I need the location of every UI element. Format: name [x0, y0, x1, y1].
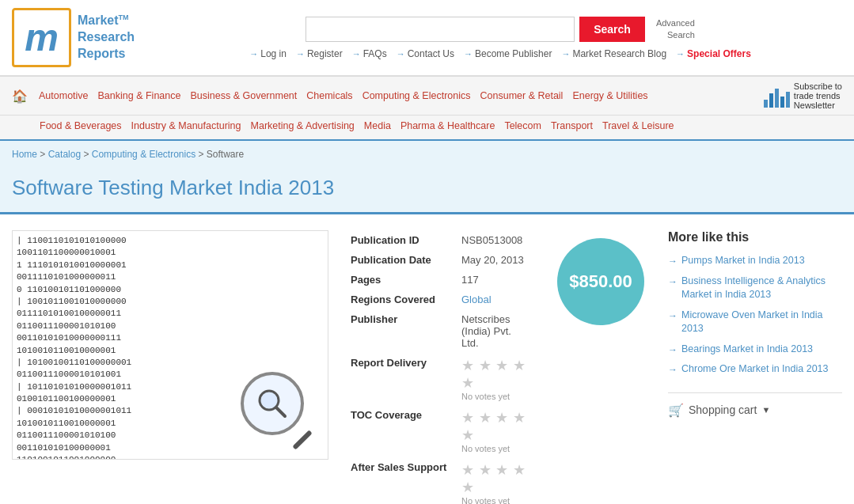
arrow-icon-5: → — [668, 364, 678, 375]
header: m MarketTM Research Reports Search Advan… — [0, 0, 854, 76]
breadcrumb-home[interactable]: Home — [12, 149, 37, 160]
cat-chemicals[interactable]: Chemicals — [302, 89, 357, 103]
cat-business[interactable]: Business & Government — [185, 89, 302, 103]
cat-computing[interactable]: Computing & Electronics — [358, 89, 476, 103]
cat-food[interactable]: Food & Beverages — [35, 119, 127, 133]
regions-link[interactable]: Global — [461, 294, 492, 305]
nav-special-offers[interactable]: Special Offers — [671, 48, 756, 59]
home-icon[interactable]: 🏠 — [12, 89, 28, 104]
breadcrumb-sep1: > — [40, 149, 47, 160]
arrow-icon-2: → — [668, 276, 678, 287]
logo-box: m — [12, 8, 71, 67]
pages-label: Pages — [344, 270, 455, 290]
toc-star-3[interactable]: ★ — [495, 410, 510, 426]
cat-marketing[interactable]: Marketing & Advertising — [246, 119, 359, 133]
row-regions: Regions Covered Global — [344, 290, 537, 309]
svg-line-1 — [276, 407, 285, 416]
cat-industry[interactable]: Industry & Manufacturing — [127, 119, 246, 133]
nav-publisher[interactable]: Become Publisher — [459, 48, 556, 59]
nav-blog[interactable]: Market Research Blog — [556, 48, 671, 59]
cat-telecom[interactable]: Telecom — [499, 119, 546, 133]
info-price-row: Publication ID NSB0513008 Publication Da… — [344, 230, 652, 504]
arrow-icon-3: → — [668, 310, 678, 321]
delivery-star-4[interactable]: ★ — [513, 358, 527, 373]
newsletter-badge[interactable]: Subscribe to trade trends Newsletter — [764, 81, 842, 110]
cat-travel[interactable]: Travel & Leisure — [598, 119, 679, 133]
delivery-no-votes: No votes yet — [461, 392, 531, 401]
similar-item-5[interactable]: Chrome Ore Market in India 2013 — [681, 362, 829, 377]
product-image: | 1100110101010100000 100110110000001000… — [12, 230, 328, 504]
similar-item-4[interactable]: Bearings Market in India 2013 — [681, 343, 813, 357]
aftersales-stars: ★ ★ ★ ★ ★ No votes yet — [455, 457, 537, 504]
toc-star-4[interactable]: ★ — [513, 410, 527, 426]
similar-item-2[interactable]: Business Intelligence & Analytics Market… — [681, 275, 842, 302]
arrow-icon-4: → — [668, 344, 678, 355]
breadcrumb-catalog[interactable]: Catalog — [48, 149, 81, 160]
sidebar: More like this → Pumps Market in India 2… — [668, 230, 842, 504]
toc-label: TOC Coverage — [344, 405, 455, 457]
cat-automotive[interactable]: Automotive — [34, 89, 93, 103]
pub-date-label: Publication Date — [344, 250, 455, 270]
aftersales-no-votes: No votes yet — [461, 496, 531, 504]
delivery-star-3[interactable]: ★ — [495, 358, 510, 373]
pub-id-value: NSB0513008 — [455, 230, 537, 250]
delivery-star-5[interactable]: ★ — [461, 375, 476, 391]
cat-pharma[interactable]: Pharma & Healthcare — [396, 119, 500, 133]
breadcrumb-computing[interactable]: Computing & Electronics — [92, 149, 195, 160]
search-bar: Search Advanced Search — [158, 17, 842, 42]
cart-icon: 🛒 — [668, 403, 684, 418]
nav-login[interactable]: Log in — [245, 48, 291, 59]
logo-line2: Research — [78, 29, 135, 46]
shopping-cart-section[interactable]: 🛒 Shopping cart ▼ — [668, 392, 842, 418]
row-delivery: Report Delivery ★ ★ ★ ★ ★ No votes yet — [344, 353, 537, 405]
search-button[interactable]: Search — [579, 17, 645, 42]
cat-media[interactable]: Media — [359, 119, 396, 133]
categories-row1: 🏠 Automotive Banking & Finance Business … — [0, 76, 854, 116]
advanced-search-link[interactable]: Advanced Search — [656, 17, 695, 40]
magnifier-icon — [241, 372, 304, 435]
cat-energy[interactable]: Energy & Utilities — [567, 89, 652, 103]
similar-item-3[interactable]: Microwave Oven Market in India 2013 — [681, 309, 842, 336]
list-item: → Bearings Market in India 2013 — [668, 343, 842, 357]
logo-line3: Reports — [78, 46, 135, 63]
cat-consumer[interactable]: Consumer & Retail — [476, 89, 568, 103]
aftersales-star-1[interactable]: ★ — [461, 462, 476, 478]
price-column: $850.00 — [549, 230, 652, 333]
pages-value: 117 — [455, 270, 537, 290]
row-pub-date: Publication Date May 20, 2013 — [344, 250, 537, 270]
breadcrumb: Home > Catalog > Computing & Electronics… — [0, 141, 854, 168]
row-aftersales: After Sales Support ★ ★ ★ ★ ★ No votes y… — [344, 457, 537, 504]
delivery-star-2[interactable]: ★ — [479, 358, 493, 373]
aftersales-star-2[interactable]: ★ — [479, 462, 493, 478]
pub-date-value: May 20, 2013 — [455, 250, 537, 270]
aftersales-star-4[interactable]: ★ — [513, 462, 527, 478]
logo-area: m MarketTM Research Reports — [12, 8, 135, 67]
cat-transport[interactable]: Transport — [546, 119, 598, 133]
row-pub-id: Publication ID NSB0513008 — [344, 230, 537, 250]
search-input[interactable] — [306, 17, 575, 42]
more-like-this-title: More like this — [668, 230, 842, 244]
delivery-star-1[interactable]: ★ — [461, 358, 476, 373]
page-title-section: Software Testing Market India 2013 — [0, 168, 854, 214]
toc-star-5[interactable]: ★ — [461, 427, 476, 443]
nav-register[interactable]: Register — [291, 48, 347, 59]
publisher-label: Publisher — [344, 309, 455, 353]
aftersales-star-5[interactable]: ★ — [461, 479, 476, 495]
pub-id-label: Publication ID — [344, 230, 455, 250]
row-pages: Pages 117 — [344, 270, 537, 290]
toc-star-2[interactable]: ★ — [479, 410, 493, 426]
list-item: → Chrome Ore Market in India 2013 — [668, 362, 842, 377]
cat-banking[interactable]: Banking & Finance — [93, 89, 186, 103]
regions-value: Global — [455, 290, 537, 309]
logo-text: MarketTM Research Reports — [78, 13, 135, 62]
breadcrumb-current: Software — [207, 149, 244, 160]
toc-star-1[interactable]: ★ — [461, 410, 476, 426]
nav-contact[interactable]: Contact Us — [392, 48, 459, 59]
logo-letter: m — [25, 16, 59, 59]
similar-item-1[interactable]: Pumps Market in India 2013 — [681, 254, 805, 268]
arrow-icon-1: → — [668, 256, 678, 267]
aftersales-star-3[interactable]: ★ — [495, 462, 510, 478]
row-publisher: Publisher Netscribes (India) Pvt. Ltd. — [344, 309, 537, 353]
nav-faqs[interactable]: FAQs — [347, 48, 392, 59]
cart-link[interactable]: Shopping cart — [689, 404, 757, 416]
